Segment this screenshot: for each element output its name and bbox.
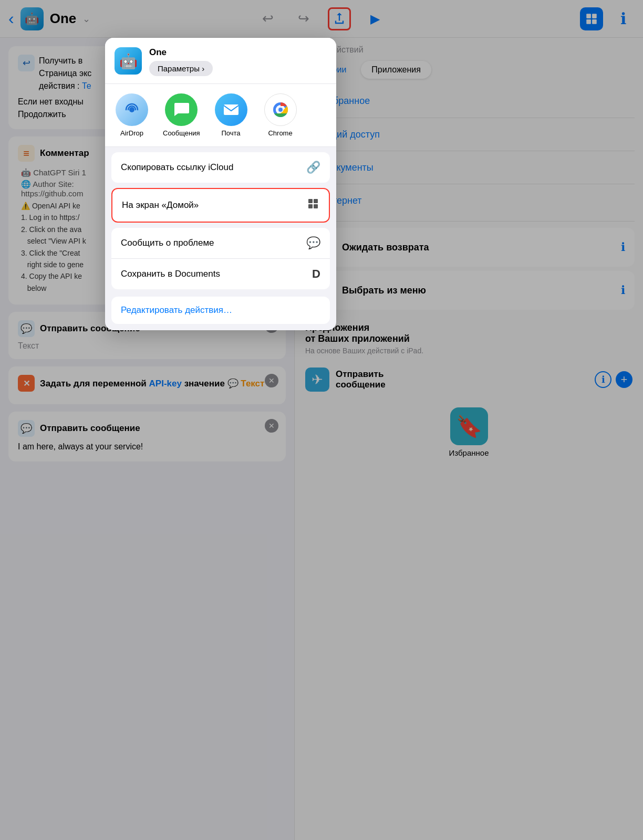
share-app-messages[interactable]: Сообщения [163, 93, 200, 137]
share-app-airdrop[interactable]: AirDrop [113, 93, 150, 137]
share-app-icon: 🤖 [115, 47, 142, 75]
svg-rect-12 [314, 199, 318, 203]
edit-actions-link[interactable]: Редактировать действия… [111, 297, 330, 324]
share-actions-list2: Сообщить о проблеме 💬 Сохранить в Docume… [111, 228, 330, 289]
report-icon: 💬 [306, 236, 320, 250]
copy-icloud-icon: 🔗 [306, 161, 320, 174]
messages-label: Сообщения [163, 129, 200, 137]
share-action-copy-icloud[interactable]: Скопировать ссылку iCloud 🔗 [111, 152, 330, 183]
share-params-button[interactable]: Параметры › [149, 61, 213, 76]
airdrop-label: AirDrop [120, 129, 143, 137]
report-label: Сообщить о проблеме [121, 238, 214, 248]
share-actions-list: Скопировать ссылку iCloud 🔗 [111, 152, 330, 183]
share-app-name: One [149, 47, 213, 58]
save-docs-label: Сохранить в Documents [121, 269, 220, 279]
add-home-icon [307, 197, 319, 213]
svg-rect-14 [314, 204, 318, 208]
chrome-icon [264, 93, 297, 126]
airdrop-icon [116, 93, 148, 126]
share-sheet: 🤖 One Параметры › AirDrop [105, 38, 336, 330]
share-app-chrome[interactable]: Chrome [262, 93, 299, 137]
share-action-report[interactable]: Сообщить о проблеме 💬 [111, 228, 330, 259]
add-home-label: На экран «Домой» [122, 200, 199, 211]
mail-icon [215, 93, 247, 126]
svg-point-10 [278, 108, 283, 112]
mail-label: Почта [222, 129, 241, 137]
share-app-mail[interactable]: Почта [213, 93, 250, 137]
chrome-label: Chrome [268, 129, 292, 137]
share-apps-row: AirDrop Сообщения Почта [105, 84, 336, 147]
svg-rect-5 [224, 104, 238, 115]
svg-point-4 [129, 107, 134, 112]
svg-rect-11 [308, 199, 313, 203]
save-docs-icon: D [312, 267, 320, 281]
svg-rect-13 [308, 204, 313, 208]
messages-icon [165, 93, 198, 126]
copy-icloud-label: Скопировать ссылку iCloud [121, 162, 233, 173]
share-action-add-home[interactable]: На экран «Домой» [112, 189, 329, 222]
share-action-save-docs[interactable]: Сохранить в Documents D [111, 259, 330, 289]
edit-actions-container: Редактировать действия… [105, 295, 336, 330]
share-header: 🤖 One Параметры › [105, 38, 336, 84]
